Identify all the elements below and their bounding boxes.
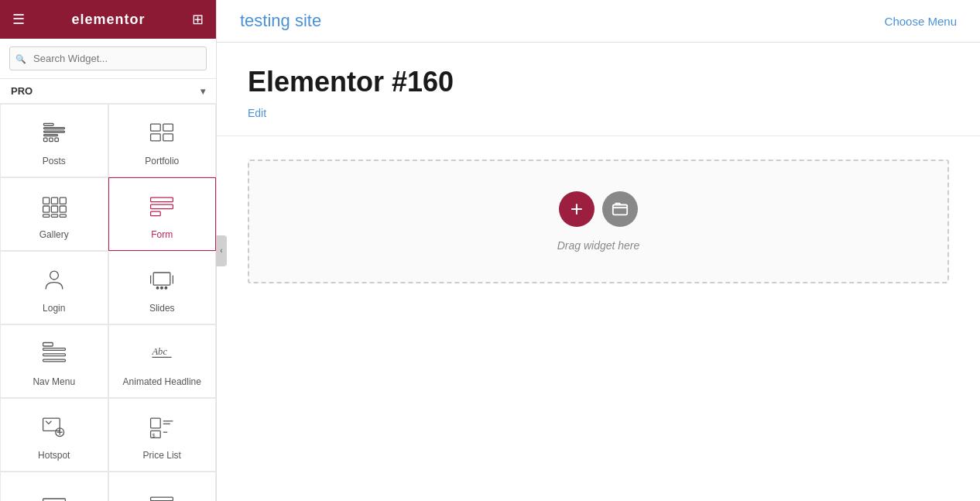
svg-rect-13 — [60, 197, 66, 204]
generic-2-icon — [148, 492, 176, 502]
grid-icon[interactable]: ⊞ — [192, 11, 204, 28]
widget-item-login[interactable]: Login — [0, 251, 108, 324]
posts-icon — [40, 118, 68, 149]
hamburger-icon[interactable]: ☰ — [12, 11, 25, 28]
svg-rect-44 — [43, 499, 65, 502]
svg-rect-0 — [43, 123, 53, 125]
svg-rect-16 — [60, 206, 66, 212]
hotspot-label: Hotspot — [38, 450, 70, 461]
svg-rect-17 — [43, 214, 49, 217]
page-title-section: Elementor #160 Edit — [217, 43, 980, 136]
top-bar: testing site Choose Menu — [217, 0, 980, 43]
svg-rect-11 — [43, 197, 49, 204]
svg-point-27 — [165, 287, 167, 289]
svg-rect-18 — [51, 214, 57, 217]
drag-widget-label: Drag widget here — [557, 239, 640, 252]
svg-rect-52 — [613, 205, 627, 215]
svg-rect-4 — [43, 138, 47, 142]
sidebar-header: ☰ elementor ⊞ — [0, 0, 216, 39]
template-library-button[interactable] — [602, 191, 638, 227]
widget-item-form[interactable]: Form — [108, 177, 217, 251]
svg-rect-24 — [153, 273, 170, 285]
drop-zone-container: + Drag widget here — [217, 136, 980, 501]
svg-point-23 — [50, 271, 58, 280]
login-label: Login — [43, 303, 65, 314]
widget-item-posts[interactable]: Posts — [0, 104, 108, 177]
generic-1-icon — [40, 492, 68, 502]
svg-rect-1 — [43, 127, 64, 129]
hotspot-icon — [40, 413, 68, 444]
svg-rect-12 — [51, 197, 57, 204]
animated-headline-label: Animated Headline — [123, 376, 201, 387]
choose-menu-button[interactable]: Choose Menu — [885, 15, 957, 28]
svg-rect-9 — [151, 133, 161, 140]
page-heading: Elementor #160 — [248, 66, 949, 98]
pro-selector[interactable]: PRO ▾ — [0, 79, 216, 104]
slides-icon — [148, 266, 176, 297]
widget-item-portfolio[interactable]: Portfolio — [108, 104, 217, 177]
widgets-grid: Posts Portfolio — [0, 104, 216, 501]
price-list-icon: $ — [148, 413, 176, 444]
svg-point-25 — [157, 287, 159, 289]
add-widget-button[interactable]: + — [559, 191, 595, 227]
collapse-sidebar-handle[interactable]: ‹ — [216, 235, 227, 266]
search-input[interactable] — [9, 46, 207, 70]
widget-item-11[interactable] — [0, 472, 108, 501]
svg-rect-21 — [151, 204, 173, 208]
svg-rect-14 — [43, 206, 49, 212]
widget-item-gallery[interactable]: Gallery — [0, 177, 108, 251]
form-icon — [148, 192, 176, 223]
animated-headline-icon: Abc — [148, 339, 176, 370]
pro-label: PRO — [11, 85, 33, 97]
widget-item-12[interactable] — [108, 472, 217, 501]
drop-zone[interactable]: + Drag widget here — [248, 160, 949, 283]
site-title: testing site — [240, 11, 321, 31]
widget-item-slides[interactable]: Slides — [108, 251, 217, 324]
slides-label: Slides — [149, 303, 175, 314]
svg-point-26 — [161, 287, 163, 289]
svg-rect-29 — [43, 353, 65, 355]
widget-item-nav-menu[interactable]: Nav Menu — [0, 324, 108, 398]
nav-menu-label: Nav Menu — [33, 376, 75, 387]
svg-rect-15 — [51, 206, 57, 212]
portfolio-icon — [148, 118, 176, 149]
svg-rect-5 — [49, 138, 52, 142]
widget-item-animated-headline[interactable]: Abc Animated Headline — [108, 324, 217, 398]
gallery-icon — [40, 192, 68, 223]
search-wrapper — [9, 46, 207, 70]
svg-rect-38 — [151, 418, 161, 428]
main-content: testing site Choose Menu Elementor #160 … — [217, 0, 980, 501]
widget-item-price-list[interactable]: $ Price List — [108, 398, 217, 472]
search-bar — [0, 39, 216, 79]
widget-item-hotspot[interactable]: Hotspot — [0, 398, 108, 472]
content-area: Elementor #160 Edit + Drag widget here — [217, 43, 980, 501]
login-icon — [40, 266, 68, 297]
svg-rect-10 — [163, 133, 173, 140]
edit-link[interactable]: Edit — [248, 107, 266, 119]
drop-zone-buttons: + — [559, 191, 638, 227]
price-list-label: Price List — [143, 450, 181, 461]
posts-label: Posts — [43, 156, 66, 166]
svg-rect-31 — [43, 342, 53, 346]
svg-text:$: $ — [152, 431, 156, 438]
svg-rect-3 — [43, 134, 57, 136]
form-label: Form — [151, 229, 173, 240]
svg-rect-8 — [163, 124, 173, 131]
svg-rect-28 — [43, 348, 65, 350]
svg-rect-6 — [55, 138, 59, 142]
svg-text:Abc: Abc — [152, 345, 168, 356]
portfolio-label: Portfolio — [145, 156, 179, 166]
svg-rect-30 — [43, 359, 65, 362]
svg-rect-7 — [151, 124, 161, 131]
svg-rect-19 — [60, 214, 66, 217]
sidebar: ☰ elementor ⊞ PRO ▾ — [0, 0, 217, 501]
elementor-logo: elementor — [71, 12, 145, 28]
svg-rect-2 — [43, 131, 64, 132]
svg-rect-22 — [151, 211, 161, 215]
chevron-down-icon: ▾ — [200, 86, 205, 97]
svg-rect-48 — [151, 497, 173, 501]
nav-menu-icon — [40, 339, 68, 370]
gallery-label: Gallery — [39, 229, 69, 240]
svg-rect-20 — [151, 197, 173, 201]
